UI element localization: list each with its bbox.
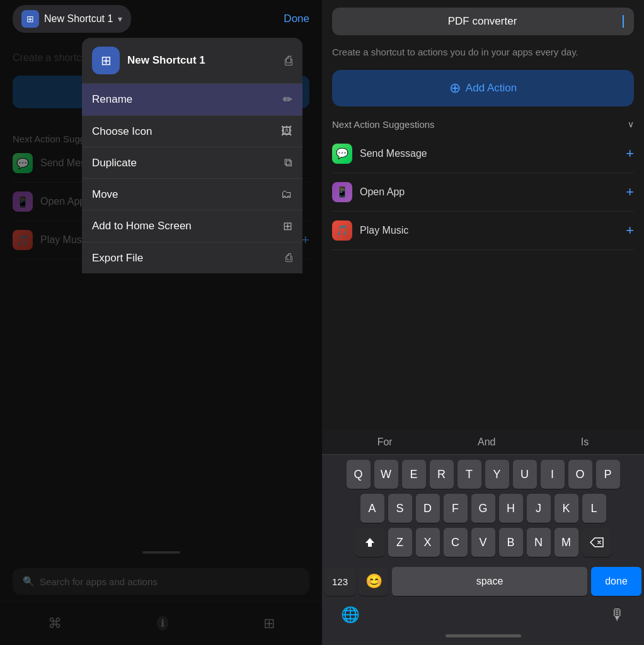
key-a[interactable]: A — [360, 494, 384, 523]
rename-label: Rename — [92, 93, 278, 106]
left-panel: Create a shortcut to actions you do in y… — [0, 0, 322, 645]
list-item[interactable]: 💬 Send Message + — [332, 135, 634, 173]
key-p[interactable]: P — [596, 460, 620, 489]
duplicate-label: Duplicate — [92, 157, 279, 169]
open-app-suggestion-label: Open App — [360, 186, 618, 198]
key-f[interactable]: F — [444, 494, 468, 523]
export-icon: ⎙ — [285, 251, 292, 265]
text-cursor — [623, 15, 624, 28]
send-message-suggestion-label: Send Message — [360, 148, 618, 159]
key-u[interactable]: U — [513, 460, 537, 489]
key-t[interactable]: T — [457, 460, 481, 489]
export-file-menu-item[interactable]: Export File ⎙ — [82, 243, 302, 273]
duplicate-menu-item[interactable]: Duplicate ⧉ — [82, 147, 302, 179]
key-v[interactable]: V — [471, 528, 495, 557]
toolbar-and-button[interactable]: And — [478, 437, 495, 448]
done-key[interactable]: done — [591, 567, 641, 596]
right-suggestions-header: Next Action Suggestions ∨ — [332, 119, 634, 130]
key-n[interactable]: N — [527, 528, 551, 557]
choose-icon-label: Choose Icon — [92, 125, 276, 138]
move-menu-item[interactable]: Move 🗂 — [82, 179, 302, 210]
key-z[interactable]: Z — [388, 528, 412, 557]
export-file-label: Export File — [92, 252, 280, 265]
shift-key[interactable] — [355, 528, 384, 557]
key-s[interactable]: S — [388, 494, 412, 523]
rename-icon: ✏ — [283, 93, 292, 106]
done-button[interactable]: Done — [284, 13, 309, 25]
right-suggestions-section: Next Action Suggestions ∨ 💬 Send Message… — [332, 119, 634, 250]
right-add-action-label: Add Action — [466, 82, 517, 94]
add-home-icon: ⊞ — [283, 219, 292, 233]
open-app-plus-icon[interactable]: + — [626, 184, 634, 200]
key-d[interactable]: D — [416, 494, 440, 523]
key-k[interactable]: K — [555, 494, 578, 523]
dropdown-header: ⊞ New Shortcut 1 ⎙ — [82, 38, 302, 84]
space-key[interactable]: space — [392, 567, 587, 596]
backspace-key[interactable] — [582, 528, 611, 557]
right-search-bar[interactable] — [332, 8, 634, 35]
share-icon[interactable]: ⎙ — [285, 54, 292, 68]
globe-icon[interactable]: 🌐 — [341, 606, 360, 624]
home-indicator-right — [322, 626, 644, 645]
add-action-circle-icon: ⊕ — [449, 80, 461, 96]
right-panel: Create a shortcut to actions you do in y… — [322, 0, 644, 645]
nav-shortcut-label: New Shortcut 1 — [44, 13, 113, 25]
keyboard-row-1: Q W E R T Y U I O P — [325, 460, 641, 489]
open-app-suggestion-icon: 📱 — [332, 182, 352, 202]
toolbar-for-button[interactable]: For — [377, 437, 393, 448]
key-h[interactable]: H — [499, 494, 523, 523]
keyboard-extra-row: 🌐 🎙 — [322, 601, 644, 626]
list-item[interactable]: 📱 Open App + — [332, 173, 634, 212]
keyboard-toolbar: For And Is — [322, 430, 644, 455]
microphone-icon[interactable]: 🎙 — [610, 606, 625, 624]
key-e[interactable]: E — [402, 460, 426, 489]
dropdown-shortcut-title: New Shortcut 1 — [127, 54, 277, 67]
key-j[interactable]: J — [527, 494, 551, 523]
rename-menu-item[interactable]: Rename ✏ — [82, 84, 302, 116]
duplicate-icon: ⧉ — [284, 156, 292, 169]
right-add-action-button[interactable]: ⊕ Add Action — [332, 70, 634, 106]
key-x[interactable]: X — [416, 528, 440, 557]
key-c[interactable]: C — [444, 528, 468, 557]
right-description: Create a shortcut to actions you do in y… — [332, 45, 634, 60]
keyboard-bottom-row: 123 😊 space done — [322, 567, 644, 601]
home-bar — [446, 634, 521, 637]
emoji-key[interactable]: 😊 — [359, 567, 388, 596]
dropdown-shortcut-icon: ⊞ — [92, 47, 120, 74]
key-y[interactable]: Y — [485, 460, 509, 489]
play-music-plus-icon[interactable]: + — [626, 222, 634, 239]
play-music-suggestion-label: Play Music — [360, 225, 618, 236]
music-suggestion-icon: 🎵 — [332, 220, 352, 241]
dropdown-menu-container: ⊞ New Shortcut 1 ⎙ Rename ✏ Choose Icon … — [82, 38, 302, 273]
keyboard-row-2: A S D F G H J K L — [325, 494, 641, 523]
key-q[interactable]: Q — [347, 460, 371, 489]
key-o[interactable]: O — [568, 460, 592, 489]
chevron-down-icon: ∨ — [628, 119, 634, 129]
add-to-home-menu-item[interactable]: Add to Home Screen ⊞ — [82, 210, 302, 243]
search-input[interactable] — [342, 15, 623, 28]
numbers-key[interactable]: 123 — [325, 567, 355, 596]
key-l[interactable]: L — [582, 494, 606, 523]
keyboard-row-3: Z X C V B N M — [325, 528, 641, 557]
key-w[interactable]: W — [374, 460, 398, 489]
chevron-down-icon: ▾ — [118, 14, 122, 24]
key-b[interactable]: B — [499, 528, 523, 557]
nav-shortcut-pill[interactable]: ⊞ New Shortcut 1 ▾ — [13, 5, 131, 33]
move-label: Move — [92, 188, 276, 201]
choose-icon-menu-item[interactable]: Choose Icon 🖼 — [82, 116, 302, 147]
shortcut-icon: ⊞ — [21, 10, 39, 28]
key-m[interactable]: M — [555, 528, 578, 557]
list-item[interactable]: 🎵 Play Music + — [332, 212, 634, 250]
toolbar-is-button[interactable]: Is — [581, 437, 589, 448]
key-r[interactable]: R — [430, 460, 454, 489]
key-g[interactable]: G — [471, 494, 495, 523]
send-message-plus-icon[interactable]: + — [626, 146, 634, 162]
add-to-home-label: Add to Home Screen — [92, 220, 278, 232]
image-icon: 🖼 — [281, 125, 292, 138]
top-nav: ⊞ New Shortcut 1 ▾ Done — [0, 0, 322, 38]
folder-icon: 🗂 — [281, 188, 292, 201]
messages-suggestion-icon: 💬 — [332, 144, 352, 164]
keyboard-rows: Q W E R T Y U I O P A S D F G H J K — [322, 455, 644, 567]
key-i[interactable]: I — [541, 460, 565, 489]
dropdown-menu: Rename ✏ Choose Icon 🖼 Duplicate ⧉ Move … — [82, 84, 302, 273]
